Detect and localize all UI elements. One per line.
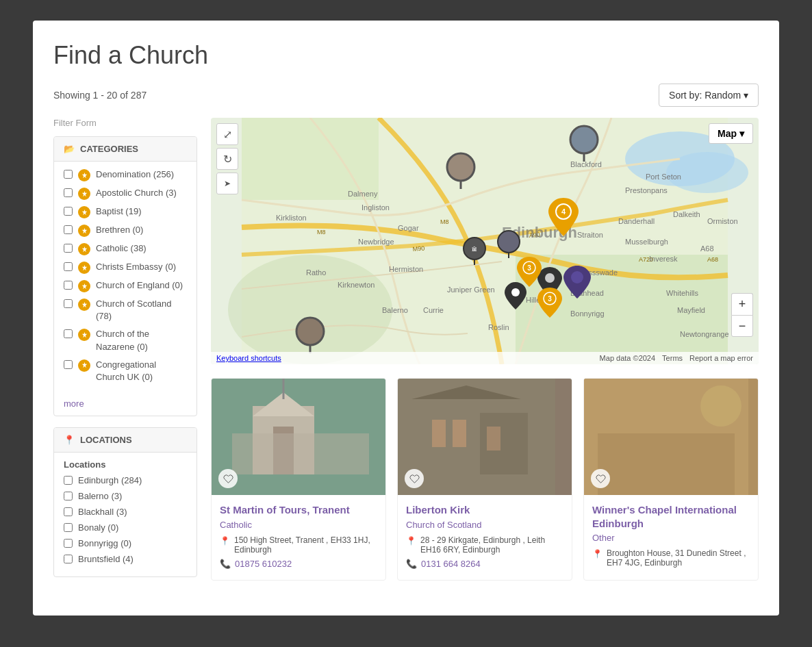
- categories-header: 📂 CATEGORIES: [54, 137, 196, 162]
- svg-text:Kirknewton: Kirknewton: [338, 281, 375, 289]
- location-label: Balerno (3): [78, 491, 122, 501]
- folder-icon: 📂: [64, 144, 75, 154]
- map-type-button[interactable]: Map ▾: [709, 123, 753, 144]
- location-checkbox-3[interactable]: [64, 523, 73, 532]
- pin-icon: 📍: [64, 435, 75, 445]
- category-icon: [78, 169, 90, 181]
- svg-point-57: [571, 271, 583, 283]
- svg-text:Danderhall: Danderhall: [618, 217, 655, 225]
- card-phone[interactable]: 📞 0131 664 8264: [406, 559, 563, 569]
- terms-link[interactable]: Terms: [662, 354, 683, 362]
- svg-text:Roslin: Roslin: [488, 323, 509, 331]
- address-pin-icon: 📍: [406, 536, 416, 546]
- svg-rect-75: [598, 433, 735, 495]
- svg-text:Inveresk: Inveresk: [649, 255, 678, 263]
- report-link[interactable]: Report a map error: [689, 354, 753, 362]
- svg-text:Balerno: Balerno: [382, 306, 408, 314]
- svg-text:Port Seton: Port Seton: [646, 173, 681, 181]
- category-label: Denomination (256): [96, 168, 174, 181]
- category-checkbox-1[interactable]: [64, 188, 73, 197]
- category-icon: [78, 225, 90, 237]
- category-checkbox-8[interactable]: [64, 329, 73, 338]
- compass-button[interactable]: ➤: [216, 173, 238, 194]
- card-title[interactable]: St Martin of Tours, Tranent: [220, 503, 377, 517]
- card-title[interactable]: Liberton Kirk: [406, 503, 563, 517]
- keyboard-shortcuts-link[interactable]: Keyboard shortcuts: [216, 354, 281, 362]
- category-checkbox-2[interactable]: [64, 207, 73, 216]
- favorite-button[interactable]: [405, 469, 424, 488]
- svg-text:M8: M8: [440, 218, 449, 225]
- svg-text:Mayfield: Mayfield: [677, 306, 705, 314]
- expand-button[interactable]: ⤢: [216, 123, 238, 145]
- category-checkbox-5[interactable]: [64, 262, 73, 271]
- favorite-button[interactable]: [591, 469, 610, 488]
- category-label: Baptist (19): [96, 205, 141, 218]
- card-address: 📍 150 High Street, Tranent , EH33 1HJ, E…: [220, 535, 377, 555]
- category-label: Church of the Nazarene (0): [96, 328, 187, 353]
- svg-text:Ratho: Ratho: [306, 268, 326, 277]
- svg-text:Gogar: Gogar: [398, 224, 419, 232]
- svg-text:Currie: Currie: [423, 306, 444, 314]
- location-checkbox-2[interactable]: [64, 507, 73, 516]
- location-item: Balerno (3): [64, 491, 187, 501]
- category-item: Apostolic Church (3): [64, 187, 187, 200]
- category-icon: [78, 243, 90, 255]
- category-checkbox-7[interactable]: [64, 299, 73, 308]
- favorite-button[interactable]: [218, 469, 238, 488]
- svg-text:Whitehills: Whitehills: [666, 289, 699, 297]
- heart-icon: [223, 474, 233, 484]
- svg-text:Juniper Green: Juniper Green: [447, 286, 495, 294]
- svg-text:Blackford: Blackford: [570, 160, 602, 168]
- svg-text:🏛: 🏛: [472, 246, 477, 253]
- zoom-in-button[interactable]: +: [731, 293, 753, 315]
- category-icon: [78, 359, 90, 372]
- svg-text:Straiton: Straiton: [577, 231, 603, 239]
- card-body: St Martin of Tours, Tranent Catholic 📍 1…: [212, 495, 385, 577]
- category-item: Denomination (256): [64, 168, 187, 181]
- category-label: Christs Embassy (0): [96, 261, 176, 273]
- category-item: Christs Embassy (0): [64, 261, 187, 274]
- map-svg: M90 A90 M8 M8 A720 A68 Edinburgh Kirklis…: [211, 118, 759, 364]
- category-item: Church of the Nazarene (0): [64, 328, 187, 353]
- svg-text:M8: M8: [317, 229, 326, 236]
- svg-text:Hermiston: Hermiston: [389, 265, 423, 273]
- card-phone[interactable]: 📞 01875 610232: [220, 559, 377, 569]
- svg-text:3: 3: [548, 295, 552, 303]
- page-title: Find a Church: [53, 41, 759, 70]
- address-pin-icon: 📍: [592, 549, 602, 559]
- card-image: [398, 379, 572, 495]
- locations-header: 📍 LOCATIONS: [54, 428, 196, 453]
- svg-text:Dalkeith: Dalkeith: [673, 210, 700, 218]
- category-icon: [78, 262, 90, 274]
- locations-section: 📍 LOCATIONS Locations Edinburgh (284) Ba…: [53, 427, 197, 577]
- location-checkbox-5[interactable]: [64, 555, 73, 563]
- refresh-button[interactable]: ↻: [216, 148, 238, 170]
- map-footer-links: Map data ©2024 Terms Report a map error: [600, 354, 753, 362]
- category-checkbox-0[interactable]: [64, 170, 73, 179]
- category-checkbox-3[interactable]: [64, 225, 73, 234]
- location-checkbox-0[interactable]: [64, 476, 73, 485]
- categories-section: 📂 CATEGORIES Denomination (256) Apostoli…: [53, 136, 197, 416]
- more-link[interactable]: more: [54, 396, 196, 416]
- location-label: Bruntsfield (4): [78, 554, 134, 564]
- category-list: Denomination (256) Apostolic Church (3) …: [54, 162, 196, 396]
- address-text: Broughton House, 31 Dunedin Street , EH7…: [607, 548, 750, 568]
- svg-point-49: [498, 231, 520, 253]
- svg-text:3: 3: [527, 264, 531, 272]
- category-label: Church of England (0): [96, 279, 183, 292]
- category-item: Church of England (0): [64, 279, 187, 292]
- location-item: Edinburgh (284): [64, 475, 187, 485]
- zoom-out-button[interactable]: −: [731, 315, 753, 337]
- category-item: Catholic (38): [64, 242, 187, 255]
- card-title[interactable]: Winner's Chapel International Edinburgh: [592, 503, 750, 530]
- location-item: Blackhall (3): [64, 507, 187, 517]
- location-checkbox-1[interactable]: [64, 492, 73, 500]
- category-checkbox-4[interactable]: [64, 244, 73, 253]
- location-label: Bonaly (0): [78, 522, 118, 533]
- sort-button[interactable]: Sort by: Random ▾: [659, 84, 759, 107]
- card-denomination: Church of Scotland: [406, 520, 563, 530]
- svg-point-44: [545, 273, 555, 283]
- category-checkbox-6[interactable]: [64, 281, 73, 290]
- location-checkbox-4[interactable]: [64, 539, 73, 548]
- category-checkbox-9[interactable]: [64, 360, 73, 369]
